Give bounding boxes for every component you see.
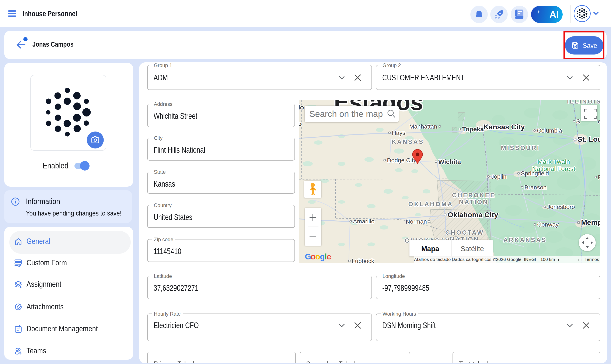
svg-text:Termos: Termos: [585, 257, 599, 262]
svg-text:Search on the map: Search on the map: [309, 109, 383, 119]
svg-text:Dodge City: Dodge City: [387, 157, 416, 164]
svg-text:e: e: [327, 252, 331, 261]
svg-text:o: o: [311, 252, 315, 261]
svg-text:Pa: Pa: [598, 174, 600, 181]
svg-text:l: l: [325, 252, 327, 261]
svg-text:Amarillo: Amarillo: [353, 218, 375, 225]
svg-text:MISSOURI: MISSOURI: [501, 144, 540, 151]
svg-text:o: o: [299, 120, 302, 127]
svg-text:Lubbock: Lubbock: [352, 258, 375, 263]
svg-text:Satélite: Satélite: [461, 245, 484, 253]
svg-text:G: G: [305, 252, 311, 261]
svg-text:Norman: Norman: [406, 218, 427, 225]
svg-text:Mapa: Mapa: [421, 245, 439, 253]
svg-text:S: S: [576, 118, 580, 125]
svg-text:CHOCTAW: CHOCTAW: [445, 229, 484, 236]
svg-text:Atalhos do teclado: Atalhos do teclado: [414, 257, 451, 262]
svg-text:Manhattan: Manhattan: [409, 123, 437, 130]
svg-text:Hays: Hays: [392, 130, 405, 136]
svg-text:g: g: [320, 252, 325, 261]
svg-text:National Forest: National Forest: [532, 165, 575, 172]
svg-text:NATION: NATION: [459, 198, 488, 205]
svg-text:CHEROKEE: CHEROKEE: [452, 192, 495, 198]
svg-text:Branson: Branson: [524, 184, 546, 191]
svg-text:St. Louis: St. Louis: [577, 135, 600, 143]
svg-text:ARKANSAS: ARKANSAS: [503, 236, 547, 243]
svg-text:Oklahoma City: Oklahoma City: [448, 211, 498, 219]
svg-text:o: o: [315, 252, 320, 261]
svg-text:OKLAHOMA: OKLAHOMA: [408, 201, 453, 208]
svg-text:Memphis: Memphis: [581, 218, 600, 226]
svg-text:Wichita: Wichita: [438, 158, 461, 165]
svg-text:Kansas City: Kansas City: [483, 123, 525, 131]
svg-text:Joplin: Joplin: [491, 173, 507, 180]
svg-text:Mark Twain: Mark Twain: [538, 158, 570, 165]
svg-text:Jonesboro: Jonesboro: [547, 204, 575, 210]
svg-text:lo: lo: [299, 104, 304, 111]
svg-text:100 km: 100 km: [540, 257, 555, 262]
svg-text:KANSAS: KANSAS: [392, 138, 424, 145]
svg-text:Columbia: Columbia: [537, 127, 562, 134]
svg-text:ILLINOIS: ILLINOIS: [567, 100, 600, 105]
svg-text:Dados cartográficos ©2026 Goog: Dados cartográficos ©2026 Google, INEGI: [452, 257, 536, 262]
svg-text:Conway: Conway: [537, 221, 559, 228]
svg-text:d: d: [598, 118, 600, 125]
